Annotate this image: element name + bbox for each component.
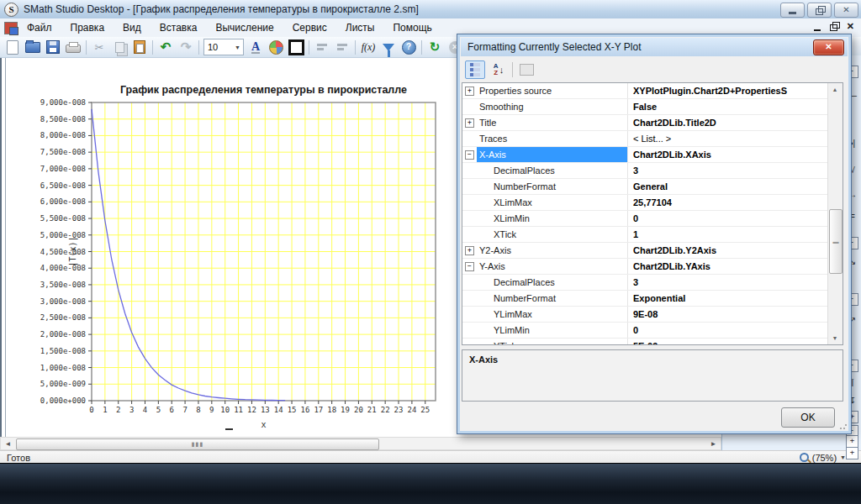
property-row[interactable]: NumberFormatExponential — [462, 291, 828, 307]
align-horizontal-button[interactable] — [312, 39, 332, 55]
grid-scrollbar-thumb[interactable]: ▬ — [829, 209, 843, 274]
expand-icon[interactable]: + — [465, 118, 474, 128]
property-value[interactable]: 25,77104 — [628, 197, 828, 207]
property-name[interactable]: Title — [477, 115, 628, 130]
property-value[interactable]: 3 — [628, 277, 828, 287]
property-row[interactable]: DecimalPlaces3 — [462, 275, 828, 291]
mdi-restore-icon[interactable] — [830, 24, 837, 31]
scrollbar-thumb[interactable]: ▮▮▮ — [16, 438, 379, 450]
property-row[interactable]: +Y2-AxisChart2DLib.Y2Axis — [462, 243, 828, 259]
mdi-minimize-icon[interactable] — [814, 29, 821, 31]
restore-button[interactable] — [807, 3, 832, 18]
property-name[interactable]: Y-Axis — [477, 259, 628, 274]
expand-icon[interactable]: + — [465, 87, 474, 96]
background-color-button[interactable] — [266, 39, 286, 55]
cut-button[interactable]: ✂ — [89, 39, 109, 55]
property-name[interactable]: DecimalPlaces — [477, 275, 628, 290]
menu-calculation[interactable]: Вычисление — [206, 19, 283, 36]
property-row[interactable]: Traces< List... > — [462, 131, 828, 147]
scroll-left-icon[interactable]: ◄ — [2, 438, 14, 449]
menu-view[interactable]: Вид — [114, 19, 151, 36]
property-value[interactable]: Chart2DLib.Y2Axis — [628, 245, 828, 255]
property-value[interactable]: 1 — [628, 229, 828, 239]
property-value[interactable]: Chart2DLib.XAxis — [628, 150, 828, 160]
open-button[interactable] — [23, 39, 43, 55]
menu-insert[interactable]: Вставка — [151, 19, 207, 36]
filter-button[interactable] — [378, 39, 399, 55]
property-row[interactable]: −X-AxisChart2DLib.XAxis — [462, 147, 828, 163]
property-name[interactable]: YTick — [477, 339, 628, 344]
property-row[interactable]: XLimMin0 — [462, 211, 828, 227]
property-name[interactable]: YLimMax — [477, 307, 628, 322]
property-name[interactable]: X-Axis — [477, 147, 628, 162]
property-name[interactable]: NumberFormat — [477, 179, 628, 194]
temperature-chart[interactable]: 9,000e-0088,500e-0088,000e-0087,500e-008… — [2, 80, 456, 437]
expand-icon[interactable]: + — [846, 435, 858, 448]
property-row[interactable]: +Properties sourceXYPlotPlugin.Chart2D+P… — [462, 83, 828, 99]
save-button[interactable] — [43, 39, 63, 55]
menu-sheets[interactable]: Листы — [336, 19, 384, 36]
function-button[interactable]: f(x) — [358, 39, 378, 55]
property-value[interactable]: Chart2DLib.YAxis — [628, 261, 828, 271]
categorized-view-button[interactable] — [465, 60, 485, 79]
align-vertical-button[interactable] — [332, 39, 352, 55]
property-name[interactable]: XTick — [477, 227, 628, 242]
undo-button[interactable]: ↶ — [156, 39, 176, 55]
property-row[interactable]: YTick5E-09 — [462, 339, 828, 344]
property-row[interactable]: YLimMax9E-08 — [462, 307, 828, 323]
alphabetical-sort-button[interactable]: AZ ↓ — [489, 61, 508, 78]
property-row[interactable]: −Y-AxisChart2DLib.YAxis — [462, 259, 828, 275]
dialog-close-button[interactable]: ✕ — [813, 39, 844, 55]
resize-grip[interactable] — [839, 422, 848, 430]
property-row[interactable]: +TitleChart2DLib.Title2D — [462, 115, 828, 131]
property-value[interactable]: General — [628, 181, 828, 192]
mdi-close-icon[interactable]: ✕ — [847, 21, 854, 32]
font-size-select[interactable]: 10 ▼ — [203, 39, 244, 55]
property-name[interactable]: DecimalPlaces — [477, 163, 628, 178]
property-row[interactable]: NumberFormatGeneral — [462, 179, 828, 195]
collapse-icon[interactable]: − — [465, 150, 474, 160]
menu-edit[interactable]: Правка — [61, 19, 114, 36]
property-row[interactable]: XLimMax25,77104 — [462, 195, 828, 211]
copy-button[interactable] — [109, 39, 129, 55]
property-value[interactable]: 0 — [628, 213, 828, 223]
property-value[interactable]: Chart2DLib.Title2D — [628, 118, 828, 128]
scroll-up-icon[interactable]: ▲ — [829, 83, 841, 96]
collapse-icon[interactable]: − — [465, 262, 474, 271]
property-value[interactable]: 9E-08 — [628, 309, 828, 319]
property-row[interactable]: YLimMin0 — [462, 323, 828, 339]
expand-icon[interactable]: + — [846, 447, 858, 459]
property-value[interactable]: False — [628, 102, 828, 112]
font-color-button[interactable]: A — [246, 39, 266, 55]
scroll-right-icon[interactable]: ► — [707, 438, 720, 449]
property-value[interactable]: XYPlotPlugin.Chart2D+PropertiesS — [628, 86, 828, 96]
property-name[interactable]: XLimMin — [477, 211, 628, 226]
property-value[interactable]: < List... > — [628, 134, 828, 144]
property-value[interactable]: 5E-09 — [628, 341, 828, 344]
property-value[interactable]: 3 — [628, 165, 828, 176]
property-row[interactable]: XTick1 — [462, 227, 828, 243]
property-name[interactable]: Smoothing — [477, 99, 628, 114]
scroll-down-icon[interactable]: ▼ — [829, 332, 841, 344]
paste-button[interactable] — [129, 39, 150, 55]
expand-icon[interactable]: + — [465, 246, 474, 255]
menu-file[interactable]: Файл — [18, 19, 61, 36]
redo-button[interactable]: ↷ — [176, 39, 196, 55]
zoom-control[interactable]: (75%) ▼ — [800, 453, 846, 463]
property-pages-button[interactable] — [517, 61, 536, 78]
recalculate-button[interactable]: ↻ — [425, 39, 445, 55]
menu-tools[interactable]: Сервис — [283, 19, 336, 36]
property-value[interactable]: Exponential — [628, 293, 828, 303]
close-button[interactable]: ✕ — [834, 3, 858, 18]
menu-help[interactable]: Помощь — [383, 19, 441, 36]
dialog-title-bar[interactable]: Formatting Currently Selected X-Y Plot — [461, 38, 848, 56]
property-value[interactable]: 0 — [628, 325, 828, 335]
ok-button[interactable]: OK — [781, 407, 835, 428]
property-row[interactable]: DecimalPlaces3 — [462, 163, 828, 179]
horizontal-scrollbar[interactable]: ◄ ▮▮▮ ► — [0, 437, 721, 450]
property-name[interactable]: Traces — [477, 131, 628, 146]
property-row[interactable]: SmoothingFalse — [462, 99, 828, 115]
print-button[interactable] — [63, 39, 83, 55]
property-name[interactable]: XLimMax — [477, 195, 628, 210]
border-button[interactable] — [286, 39, 306, 55]
